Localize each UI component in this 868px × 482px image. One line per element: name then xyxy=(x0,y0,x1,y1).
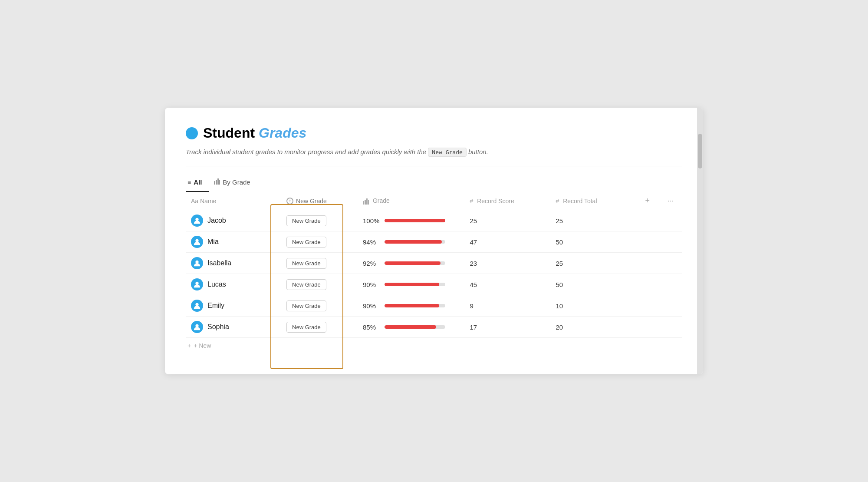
subtitle-code: New Grade xyxy=(428,148,466,157)
student-name: Sophia xyxy=(207,323,229,331)
new-grade-button[interactable]: New Grade xyxy=(286,300,326,311)
tab-by-grade-label: By Grade xyxy=(223,178,250,186)
progress-bar-bg xyxy=(385,219,445,222)
svg-point-13 xyxy=(195,324,198,327)
scrollbar-thumb[interactable] xyxy=(698,134,702,168)
th-score-label: Record Score xyxy=(477,198,514,205)
grade-cell: 100% xyxy=(358,210,464,231)
progress-bar-bg xyxy=(385,240,445,244)
avatar xyxy=(191,300,203,312)
grade-cell: 85% xyxy=(358,317,464,338)
score-cell: 47 xyxy=(464,231,550,253)
table-row: Jacob New Grade 100% 2525 xyxy=(186,210,682,231)
row-more-cell xyxy=(661,231,682,253)
title-italic: Grades xyxy=(259,125,306,141)
row-more-cell xyxy=(661,295,682,317)
subtitle-before: Track individual student grades to monit… xyxy=(186,148,426,155)
student-name: Isabella xyxy=(207,259,231,267)
divider xyxy=(186,166,682,166)
row-add-cell xyxy=(636,274,661,295)
grades-table: Aa Name + New Grade xyxy=(186,192,682,338)
new-grade-cell: New Grade xyxy=(281,210,358,231)
new-row-label: + New xyxy=(194,342,211,349)
row-more-cell xyxy=(661,317,682,338)
row-add-cell xyxy=(636,231,661,253)
student-name: Lucas xyxy=(207,281,226,288)
tab-all-label: All xyxy=(194,178,202,186)
progress-bar-fill xyxy=(385,304,439,307)
grade-percent: 100% xyxy=(363,217,380,224)
total-cell: 20 xyxy=(550,317,636,338)
grade-percent: 94% xyxy=(363,238,380,246)
svg-point-9 xyxy=(195,239,198,242)
th-name-label: Aa Name xyxy=(191,198,216,205)
score-cell: 17 xyxy=(464,317,550,338)
name-cell: Jacob xyxy=(186,210,281,231)
svg-rect-2 xyxy=(217,178,219,185)
table-row: Sophia New Grade 85% 1720 xyxy=(186,317,682,338)
th-name: Aa Name xyxy=(186,192,281,210)
table-row: Isabella New Grade 92% 2325 xyxy=(186,253,682,274)
avatar xyxy=(191,257,203,269)
th-new-grade-label: New Grade xyxy=(296,198,327,205)
tab-all[interactable]: ≡ All xyxy=(186,175,209,192)
page-header: Student Grades xyxy=(186,125,682,141)
avatar xyxy=(191,215,203,227)
grade-cell: 94% xyxy=(358,231,464,253)
name-cell: Sophia xyxy=(186,317,281,338)
score-cell: 45 xyxy=(464,274,550,295)
new-grade-button[interactable]: New Grade xyxy=(286,215,326,226)
page-title: Student Grades xyxy=(203,125,306,141)
name-cell: Emily xyxy=(186,295,281,317)
svg-point-10 xyxy=(195,261,198,264)
avatar xyxy=(191,278,203,291)
grade-percent: 85% xyxy=(363,324,380,331)
svg-rect-6 xyxy=(366,198,368,205)
plus-circle-icon: + xyxy=(286,198,293,205)
table-row: Lucas New Grade 90% 4550 xyxy=(186,274,682,295)
total-cell: 50 xyxy=(550,274,636,295)
row-add-cell xyxy=(636,295,661,317)
grade-cell: 92% xyxy=(358,253,464,274)
student-name: Jacob xyxy=(207,217,226,224)
row-more-cell xyxy=(661,210,682,231)
subtitle-after: button. xyxy=(468,148,488,155)
score-cell: 23 xyxy=(464,253,550,274)
new-grade-cell: New Grade xyxy=(281,231,358,253)
svg-rect-5 xyxy=(365,200,366,205)
new-grade-button[interactable]: New Grade xyxy=(286,237,326,248)
new-grade-button[interactable]: New Grade xyxy=(286,279,326,290)
progress-bar-bg xyxy=(385,304,445,307)
list-icon: ≡ xyxy=(187,179,191,186)
th-grade-label: Grade xyxy=(373,197,390,204)
header-dot xyxy=(186,127,198,139)
new-grade-button[interactable]: New Grade xyxy=(286,322,326,333)
student-name: Emily xyxy=(207,302,224,310)
table-row: Emily New Grade 90% 910 xyxy=(186,295,682,317)
svg-point-11 xyxy=(195,282,198,285)
row-add-cell xyxy=(636,210,661,231)
score-cell: 9 xyxy=(464,295,550,317)
new-grade-button[interactable]: New Grade xyxy=(286,258,326,269)
th-total-label: Record Total xyxy=(563,198,597,205)
name-cell: Isabella xyxy=(186,253,281,274)
plus-icon: + xyxy=(187,342,191,349)
th-score-icon: # xyxy=(470,198,473,205)
new-grade-cell: New Grade xyxy=(281,295,358,317)
student-name: Mia xyxy=(207,238,219,246)
subtitle: Track individual student grades to monit… xyxy=(186,148,682,155)
chart-icon xyxy=(214,178,220,186)
progress-bar-bg xyxy=(385,261,445,265)
new-grade-cell: New Grade xyxy=(281,274,358,295)
th-more[interactable]: ··· xyxy=(661,192,682,210)
th-add-col[interactable]: + xyxy=(636,192,661,210)
more-options-button[interactable]: ··· xyxy=(666,197,675,205)
new-grade-cell: New Grade xyxy=(281,253,358,274)
scrollbar-track[interactable] xyxy=(697,108,703,374)
add-new-row-button[interactable]: + + New xyxy=(186,338,682,353)
name-cell: Mia xyxy=(186,231,281,253)
svg-rect-0 xyxy=(214,181,215,185)
tab-by-grade[interactable]: By Grade xyxy=(212,175,257,192)
add-column-button[interactable]: + xyxy=(641,196,653,205)
name-cell: Lucas xyxy=(186,274,281,295)
